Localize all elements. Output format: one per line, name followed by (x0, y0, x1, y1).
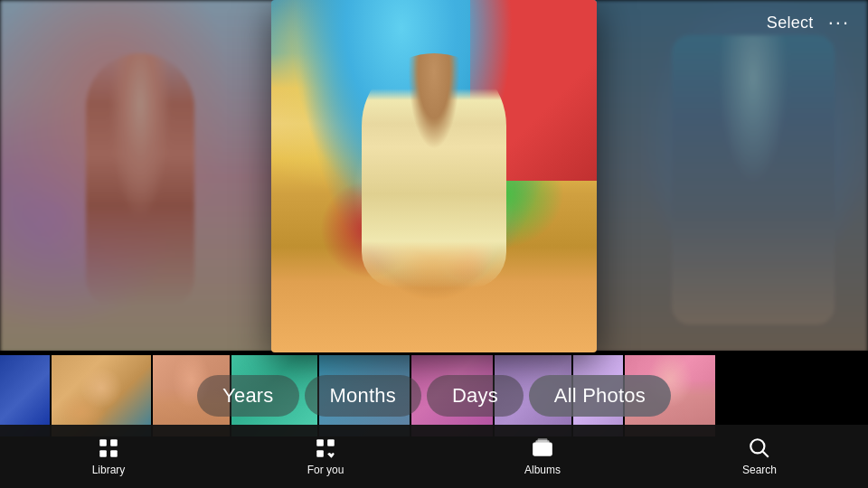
svg-rect-2 (99, 450, 107, 457)
library-label: Library (92, 464, 126, 476)
albums-icon (531, 436, 554, 460)
svg-rect-7 (533, 443, 552, 456)
bottom-nav: Library For you Albums Search (0, 425, 868, 488)
svg-rect-6 (316, 450, 324, 457)
for-you-icon (314, 436, 337, 460)
for-you-label: For you (307, 464, 344, 476)
nav-for-you[interactable]: For you (289, 436, 362, 476)
pill-all-photos[interactable]: All Photos (529, 375, 671, 417)
right-photo (588, 0, 868, 352)
albums-label: Albums (524, 464, 561, 476)
more-button[interactable]: ··· (828, 11, 850, 34)
left-photo (0, 0, 280, 352)
svg-rect-1 (110, 439, 118, 446)
svg-line-11 (763, 452, 769, 457)
svg-rect-5 (327, 439, 335, 446)
pill-years[interactable]: Years (197, 375, 298, 417)
svg-rect-4 (316, 439, 324, 446)
svg-rect-0 (99, 439, 107, 446)
main-photo-area (0, 0, 868, 352)
nav-albums[interactable]: Albums (506, 436, 579, 476)
svg-rect-3 (110, 450, 118, 457)
header-controls: Select ··· (767, 11, 850, 34)
select-button[interactable]: Select (767, 14, 814, 33)
search-label: Search (742, 464, 777, 476)
library-icon (97, 436, 120, 460)
pill-months[interactable]: Months (305, 375, 421, 417)
search-icon (748, 436, 771, 460)
nav-library[interactable]: Library (72, 436, 145, 476)
nav-search[interactable]: Search (723, 436, 796, 476)
svg-point-10 (750, 439, 764, 453)
pill-days[interactable]: Days (427, 375, 524, 417)
center-photo[interactable] (271, 0, 597, 352)
svg-rect-9 (538, 438, 548, 441)
